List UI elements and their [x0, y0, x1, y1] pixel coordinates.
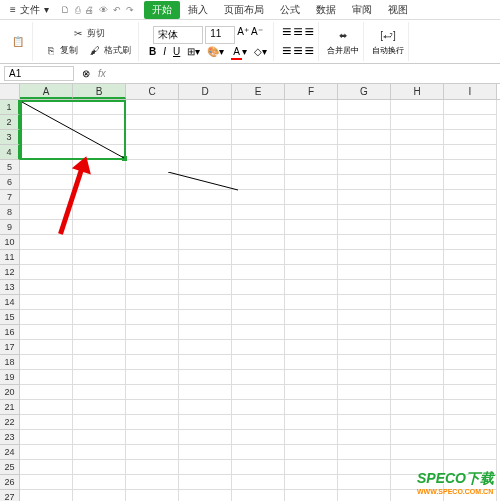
cell[interactable]: [73, 340, 126, 355]
row-header-23[interactable]: 23: [0, 430, 20, 445]
cell[interactable]: [444, 205, 497, 220]
cell[interactable]: [179, 160, 232, 175]
cell[interactable]: [20, 100, 73, 115]
cell[interactable]: [391, 325, 444, 340]
cell[interactable]: [73, 205, 126, 220]
cell[interactable]: [126, 400, 179, 415]
cell[interactable]: [285, 190, 338, 205]
cell[interactable]: [73, 190, 126, 205]
cell[interactable]: [232, 475, 285, 490]
cell[interactable]: [444, 190, 497, 205]
cell[interactable]: [232, 295, 285, 310]
cell[interactable]: [232, 385, 285, 400]
cell[interactable]: [73, 220, 126, 235]
cell[interactable]: [444, 280, 497, 295]
cell[interactable]: [126, 460, 179, 475]
cell[interactable]: [126, 205, 179, 220]
cell[interactable]: [285, 475, 338, 490]
cell[interactable]: [338, 445, 391, 460]
cell[interactable]: [444, 265, 497, 280]
cell[interactable]: [179, 250, 232, 265]
row-header-24[interactable]: 24: [0, 445, 20, 460]
cell[interactable]: [338, 205, 391, 220]
cell[interactable]: [73, 370, 126, 385]
cell[interactable]: [338, 310, 391, 325]
cell[interactable]: [20, 295, 73, 310]
cell[interactable]: [285, 445, 338, 460]
cell[interactable]: [20, 145, 73, 160]
border-button[interactable]: ⊞▾: [185, 45, 202, 58]
font-size-select[interactable]: 11: [205, 26, 235, 44]
cell[interactable]: [338, 415, 391, 430]
cell[interactable]: [444, 115, 497, 130]
cell[interactable]: [285, 430, 338, 445]
cell[interactable]: [232, 115, 285, 130]
cell[interactable]: [232, 325, 285, 340]
cell[interactable]: [444, 160, 497, 175]
cell[interactable]: [232, 340, 285, 355]
tab-审阅[interactable]: 审阅: [344, 1, 380, 19]
cell[interactable]: [444, 340, 497, 355]
cell[interactable]: [232, 400, 285, 415]
cell[interactable]: [391, 235, 444, 250]
cell[interactable]: [338, 355, 391, 370]
cell[interactable]: [338, 145, 391, 160]
cell[interactable]: [391, 310, 444, 325]
row-header-21[interactable]: 21: [0, 400, 20, 415]
cell[interactable]: [126, 130, 179, 145]
cell[interactable]: [20, 160, 73, 175]
cell[interactable]: [179, 415, 232, 430]
row-header-5[interactable]: 5: [0, 160, 20, 175]
cell[interactable]: [179, 130, 232, 145]
col-header-E[interactable]: E: [232, 84, 285, 99]
cell[interactable]: [391, 355, 444, 370]
cell[interactable]: [391, 115, 444, 130]
cell[interactable]: [20, 280, 73, 295]
cell[interactable]: [232, 310, 285, 325]
align-bottom-icon[interactable]: ≡: [305, 23, 314, 41]
cell[interactable]: [285, 340, 338, 355]
cell[interactable]: [232, 130, 285, 145]
cell[interactable]: [179, 325, 232, 340]
cell[interactable]: [179, 115, 232, 130]
cell[interactable]: [232, 490, 285, 501]
cell[interactable]: [73, 250, 126, 265]
row-header-16[interactable]: 16: [0, 325, 20, 340]
merge-center-button[interactable]: ⬌: [333, 28, 353, 44]
cell[interactable]: [20, 370, 73, 385]
cell[interactable]: [338, 235, 391, 250]
cell[interactable]: [444, 385, 497, 400]
cell[interactable]: [285, 460, 338, 475]
qa-icon[interactable]: 👁: [99, 5, 108, 15]
align-left-icon[interactable]: ≡: [282, 42, 291, 60]
cell[interactable]: [444, 325, 497, 340]
cell[interactable]: [179, 460, 232, 475]
cell[interactable]: [285, 280, 338, 295]
cell[interactable]: [179, 175, 232, 190]
cell[interactable]: [20, 325, 73, 340]
cell[interactable]: [179, 370, 232, 385]
row-header-13[interactable]: 13: [0, 280, 20, 295]
cell[interactable]: [126, 355, 179, 370]
tab-数据[interactable]: 数据: [308, 1, 344, 19]
cell[interactable]: [232, 430, 285, 445]
cell[interactable]: [391, 370, 444, 385]
row-header-27[interactable]: 27: [0, 490, 20, 501]
cell[interactable]: [391, 385, 444, 400]
align-top-icon[interactable]: ≡: [282, 23, 291, 41]
cell[interactable]: [73, 460, 126, 475]
col-header-D[interactable]: D: [179, 84, 232, 99]
row-header-22[interactable]: 22: [0, 415, 20, 430]
cell[interactable]: [444, 145, 497, 160]
cell[interactable]: [285, 310, 338, 325]
row-header-12[interactable]: 12: [0, 265, 20, 280]
qa-icon[interactable]: ↷: [126, 5, 134, 15]
cell[interactable]: [285, 220, 338, 235]
cell[interactable]: [126, 145, 179, 160]
cell[interactable]: [391, 250, 444, 265]
cell[interactable]: [20, 115, 73, 130]
qa-icon[interactable]: 🖨: [85, 5, 94, 15]
cell[interactable]: [232, 235, 285, 250]
cell[interactable]: [126, 445, 179, 460]
cell[interactable]: [444, 310, 497, 325]
